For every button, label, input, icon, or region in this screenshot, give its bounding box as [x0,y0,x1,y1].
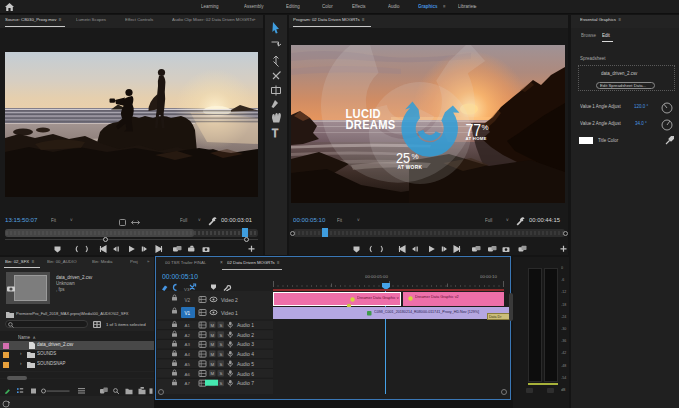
svg-text:S: S [219,342,222,347]
svg-text:A2: A2 [185,333,191,338]
svg-text:A4: A4 [185,352,191,357]
svg-text:%: % [412,152,419,161]
svg-text:M: M [211,352,215,357]
svg-text:Audio 2: Audio 2 [237,332,254,338]
svg-text:M: M [211,323,215,328]
svg-text:S: S [219,333,222,338]
svg-text:T: T [272,128,278,139]
svg-text:V2: V2 [185,298,191,303]
svg-text:Video 2: Video 2 [221,297,238,303]
svg-text:M: M [211,362,215,367]
svg-text:Video 1: Video 1 [221,310,238,316]
svg-text:25: 25 [396,150,411,166]
svg-text:M: M [211,342,215,347]
svg-text:S: S [219,371,222,376]
svg-text:A1: A1 [185,323,191,328]
svg-text:M: M [211,371,215,376]
svg-text:AT HOME: AT HOME [466,136,487,141]
svg-text:S: S [219,362,222,367]
svg-text:Audio 5: Audio 5 [237,361,254,367]
svg-text:S: S [219,352,222,357]
svg-text:Audio 4: Audio 4 [237,351,254,357]
svg-text:%: % [482,123,489,132]
svg-text:A3: A3 [185,342,191,347]
svg-text:S: S [219,323,222,328]
svg-text:V1: V1 [185,311,191,316]
svg-text:A7: A7 [185,381,191,386]
svg-text:M: M [211,333,215,338]
svg-text:V3: V3 [184,287,190,292]
svg-text:A6: A6 [185,372,191,377]
svg-text:Audio 6: Audio 6 [237,371,254,377]
svg-text:A5: A5 [185,362,191,367]
svg-text:DREAMS: DREAMS [346,118,396,133]
svg-text:Audio 3: Audio 3 [237,341,254,347]
svg-text:Audio 1: Audio 1 [237,322,254,328]
svg-text:AT WORK: AT WORK [398,165,423,170]
svg-text:S: S [219,381,222,386]
svg-text:Audio 7: Audio 7 [237,380,254,386]
